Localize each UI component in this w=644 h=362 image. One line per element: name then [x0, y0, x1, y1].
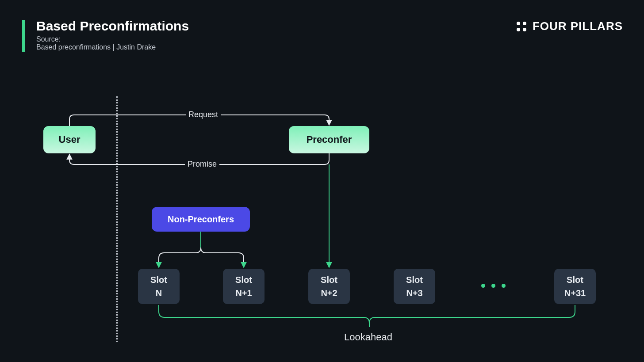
lookahead-label: Lookahead — [344, 332, 392, 343]
vertical-divider — [116, 96, 118, 342]
slot-index: N+31 — [564, 286, 586, 300]
slot-n1: Slot N+1 — [223, 269, 264, 304]
slot-label: Slot — [235, 273, 252, 286]
node-non-preconfers: Non-Preconfers — [152, 207, 250, 232]
brand-logo: FOUR PILLARS — [517, 19, 623, 33]
node-preconfer: Preconfer — [289, 126, 369, 153]
source-citation: Based preconfirmations | Justin Drake — [36, 43, 156, 51]
page-title: Based Preconfirmations — [36, 19, 189, 34]
slot-index: N+2 — [321, 286, 337, 300]
slot-n2: Slot N+2 — [308, 269, 350, 304]
source-label: Source: — [36, 35, 61, 43]
slot-label: Slot — [321, 273, 337, 286]
slot-n31: Slot N+31 — [554, 269, 596, 304]
brand-dots-icon — [517, 22, 526, 31]
slot-label: Slot — [567, 273, 583, 286]
node-user: User — [43, 126, 96, 153]
slot-index: N+3 — [406, 286, 422, 300]
ellipsis-icon — [481, 284, 506, 288]
slot-index: N+1 — [235, 286, 252, 300]
slot-n3: Slot N+3 — [394, 269, 435, 304]
diagram-edges — [0, 0, 644, 362]
slot-label: Slot — [150, 273, 167, 286]
edge-label-promise: Promise — [185, 160, 219, 169]
brand-text: FOUR PILLARS — [533, 19, 623, 33]
accent-bar — [22, 20, 25, 52]
edge-label-request: Request — [186, 110, 221, 119]
slot-label: Slot — [406, 273, 423, 286]
slot-index: N — [156, 286, 162, 300]
slot-n: Slot N — [138, 269, 180, 304]
